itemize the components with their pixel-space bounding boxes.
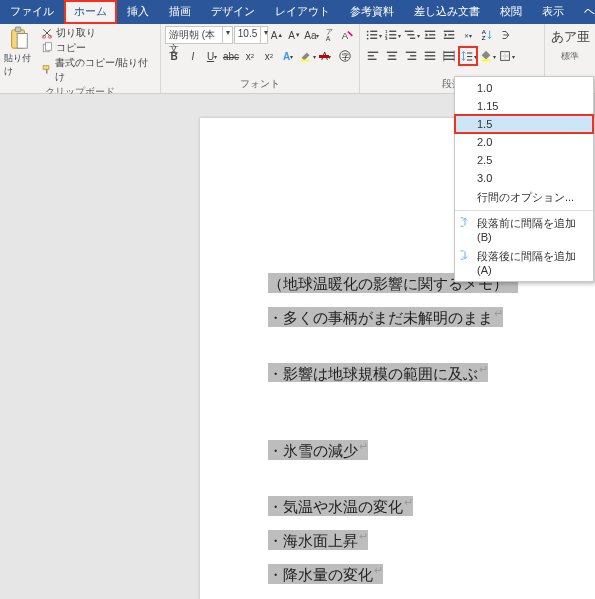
line-spacing-menu: 1.01.151.52.02.53.0行間のオプション...段落前に間隔を追加(… [454, 76, 594, 282]
shrink-font-button[interactable]: A▼ [286, 26, 302, 44]
phonetic-guide-button[interactable]: アA [321, 26, 337, 44]
align-justify-icon [423, 49, 437, 63]
sort-button[interactable]: AZ [478, 26, 496, 44]
format-painter-icon [41, 64, 53, 76]
tab-デザイン[interactable]: デザイン [201, 0, 265, 24]
svg-rect-30 [425, 38, 436, 39]
svg-rect-44 [410, 55, 416, 56]
tab-ヘルプ[interactable]: ヘルプ [574, 0, 595, 24]
cut-button[interactable]: 切り取り [39, 26, 156, 40]
document-line[interactable]: ・影響は地球規模の範囲に及ぶ↵ [268, 363, 488, 383]
add-space-after-icon [459, 249, 471, 261]
document-line[interactable]: ・多くの事柄がまだ未解明のまま↵ [268, 307, 503, 327]
line-spacing-2.5[interactable]: 2.5 [455, 151, 593, 169]
document-line[interactable]: ・氷雪の減少↵ [268, 440, 368, 460]
underline-button[interactable]: U▾ [203, 47, 221, 65]
tab-描画[interactable]: 描画 [159, 0, 201, 24]
paste-button[interactable]: 貼り付け [4, 26, 35, 84]
grow-font-button[interactable]: A▲ [269, 26, 285, 44]
subscript-button[interactable]: x2 [241, 47, 259, 65]
document-line[interactable]: ・気温や水温の変化↵ [268, 496, 413, 516]
clear-formatting-button[interactable]: A [339, 26, 355, 44]
asian-layout-button[interactable]: ✕▾ [459, 26, 477, 44]
shading-button[interactable]: ▾ [478, 47, 496, 65]
tab-ホーム[interactable]: ホーム [64, 0, 117, 24]
copy-button[interactable]: コピー [39, 41, 156, 55]
decrease-indent-icon [423, 28, 437, 42]
svg-rect-17 [370, 34, 377, 35]
svg-rect-31 [429, 34, 435, 35]
distributed-button[interactable] [440, 47, 458, 65]
text-effects-button[interactable]: A▾ [279, 47, 297, 65]
svg-rect-40 [387, 52, 398, 53]
svg-rect-48 [425, 59, 436, 60]
format-painter-button[interactable]: 書式のコピー/貼り付け [39, 56, 156, 84]
svg-rect-54 [467, 60, 472, 61]
svg-rect-43 [406, 52, 417, 53]
line-spacing-button[interactable]: ▾ [459, 47, 477, 65]
increase-indent-button[interactable] [440, 26, 458, 44]
italic-button[interactable]: I [184, 47, 202, 65]
multilevel-list-button[interactable]: ▾ [402, 26, 420, 44]
superscript-button[interactable]: x2 [260, 47, 278, 65]
tab-校閲[interactable]: 校閲 [490, 0, 532, 24]
line-spacing-options[interactable]: 行間のオプション... [455, 187, 593, 208]
svg-rect-28 [410, 38, 415, 39]
svg-rect-25 [389, 38, 396, 39]
document-line[interactable]: ・降水量の変化↵ [268, 564, 383, 584]
borders-button[interactable]: ▾ [497, 47, 515, 65]
svg-rect-32 [444, 31, 455, 32]
font-size-combo[interactable]: 10.5▾ [234, 26, 268, 44]
svg-rect-57 [461, 218, 464, 219]
svg-text:3: 3 [384, 36, 387, 41]
font-name-combo[interactable]: 游明朝 (本文▾ [165, 26, 233, 44]
bullets-button[interactable]: ▾ [364, 26, 382, 44]
svg-rect-41 [389, 55, 396, 56]
align-right-button[interactable] [402, 47, 420, 65]
paragraph-mark: ↵ [359, 530, 368, 542]
numbering-icon: 123 [384, 28, 398, 42]
svg-text:A: A [342, 30, 349, 41]
line-spacing-3.0[interactable]: 3.0 [455, 169, 593, 187]
svg-rect-39 [368, 59, 377, 60]
svg-rect-47 [425, 55, 436, 56]
svg-rect-10 [300, 60, 309, 62]
show-marks-button[interactable] [497, 26, 515, 44]
add-space-before[interactable]: 段落前に間隔を追加(B) [455, 213, 593, 246]
decrease-indent-button[interactable] [421, 26, 439, 44]
bold-button[interactable]: B [165, 47, 183, 65]
svg-rect-8 [43, 66, 49, 70]
svg-rect-38 [368, 55, 374, 56]
line-spacing-1.5[interactable]: 1.5 [455, 115, 593, 133]
align-justify-button[interactable] [421, 47, 439, 65]
line-spacing-1.0[interactable]: 1.0 [455, 79, 593, 97]
change-case-button[interactable]: Aa▾ [304, 26, 320, 44]
line-spacing-2.0[interactable]: 2.0 [455, 133, 593, 151]
group-label-font: フォント [165, 76, 355, 93]
tab-差し込み文書[interactable]: 差し込み文書 [404, 0, 490, 24]
tab-表示[interactable]: 表示 [532, 0, 574, 24]
svg-rect-58 [461, 226, 464, 227]
svg-rect-34 [448, 34, 454, 35]
paste-icon [8, 26, 30, 52]
document-line[interactable]: ・海水面上昇↵ [268, 530, 368, 550]
align-center-button[interactable] [383, 47, 401, 65]
svg-rect-2 [16, 27, 21, 32]
svg-rect-27 [407, 34, 414, 35]
add-space-after[interactable]: 段落後に間隔を追加(A) [455, 246, 593, 279]
numbering-button[interactable]: 123▾ [383, 26, 401, 44]
svg-rect-29 [425, 31, 436, 32]
line-spacing-1.15[interactable]: 1.15 [455, 97, 593, 115]
multilevel-icon [403, 28, 417, 42]
tab-ファイル[interactable]: ファイル [0, 0, 64, 24]
highlight-button[interactable]: ▾ [298, 47, 316, 65]
align-left-button[interactable] [364, 47, 382, 65]
paragraph-mark: ↵ [479, 363, 488, 375]
tab-参考資料[interactable]: 参考資料 [340, 0, 404, 24]
font-color-button[interactable]: A▾ [317, 47, 335, 65]
tab-挿入[interactable]: 挿入 [117, 0, 159, 24]
strikethrough-button[interactable]: abc [222, 47, 240, 65]
tab-レイアウト[interactable]: レイアウト [265, 0, 340, 24]
style-normal[interactable]: あア亜 標準 [549, 26, 591, 63]
enclose-char-button[interactable]: 字 [336, 47, 354, 65]
